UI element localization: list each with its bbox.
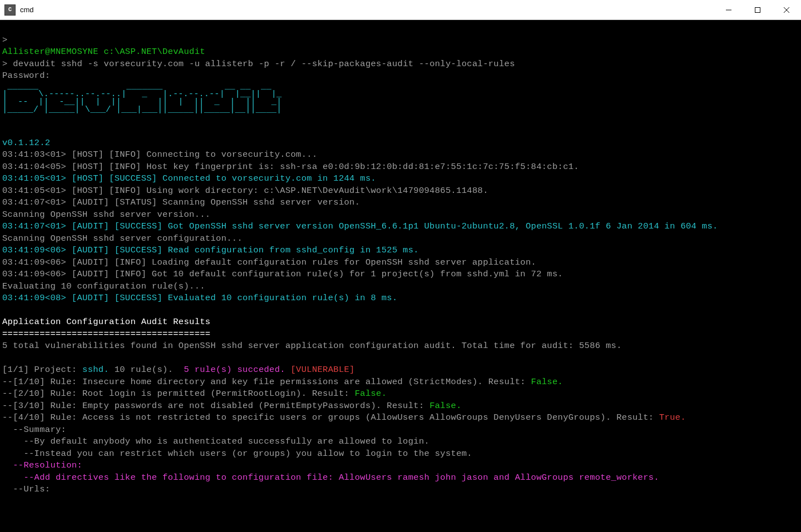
cmd-icon: C	[4, 4, 16, 16]
prompt-userhost: Allister@MNEMOSYNE	[2, 47, 98, 57]
vulnerable-tag: [VULNERABLE]	[291, 365, 355, 375]
eval-rules-line: Evaluating 10 configuration rule(s)...	[2, 281, 205, 291]
scan-config-line: Scanning OpenSSH sshd server configurati…	[2, 233, 243, 243]
terminal-output[interactable]: > Allister@MNEMOSYNE c:\ASP.NET\DevAudit…	[0, 20, 801, 532]
window-controls	[714, 0, 801, 19]
summary-line: --By default anybody who is authenticate…	[2, 436, 429, 446]
results-divider: =======================================	[2, 329, 210, 339]
summary-label: --Summary:	[2, 425, 66, 435]
close-button[interactable]	[772, 0, 801, 19]
rules-list: --[1/10] Rule: Insecure home directory a…	[2, 377, 686, 423]
svg-rect-1	[755, 7, 760, 12]
password-prompt: Password:	[2, 71, 50, 81]
prompt-caret: >	[2, 35, 8, 45]
results-summary: 5 total vulnerabilities found in OpenSSH…	[2, 341, 622, 351]
log-block: 03:41:03<01> [HOST] [INFO] Connecting to…	[2, 150, 579, 207]
project-name: sshd.	[82, 365, 109, 375]
project-prefix: [1/1] Project:	[2, 365, 82, 375]
results-heading: Application Configuration Audit Results	[2, 317, 210, 327]
window-titlebar: C cmd	[0, 0, 801, 20]
ascii-logo: ______ _______ __ __ __ | \.-----..--.--…	[2, 82, 799, 113]
command-line: devaudit sshd -s vorsecurity.com -u alli…	[13, 59, 515, 69]
version-line: v0.1.12.2	[2, 138, 50, 148]
rules-count: 10 rule(s).	[109, 365, 184, 375]
maximize-button[interactable]	[743, 0, 772, 19]
summary-line: --Instead you can restrict which users (…	[2, 449, 472, 459]
log-block: 03:41:09<08> [AUDIT] [SUCCESS] Evaluated…	[2, 293, 398, 303]
scan-version-line: Scanning OpenSSH sshd server version...	[2, 210, 210, 220]
log-block: 03:41:07<01> [AUDIT] [SUCCESS] Got OpenS…	[2, 221, 718, 231]
log-block: 03:41:09<06> [AUDIT] [SUCCESS] Read conf…	[2, 245, 563, 279]
rules-succeeded: 5 rule(s) succeded.	[184, 365, 290, 375]
prompt-path: c:\ASP.NET\DevAudit	[103, 47, 205, 57]
prompt-caret: >	[2, 59, 8, 69]
resolution-label: --Resolution:	[2, 460, 82, 470]
minimize-button[interactable]	[714, 0, 743, 19]
resolution-line: --Add directives like the following to c…	[2, 473, 659, 483]
urls-label: --Urls:	[2, 484, 50, 494]
window-title: cmd	[20, 6, 714, 14]
